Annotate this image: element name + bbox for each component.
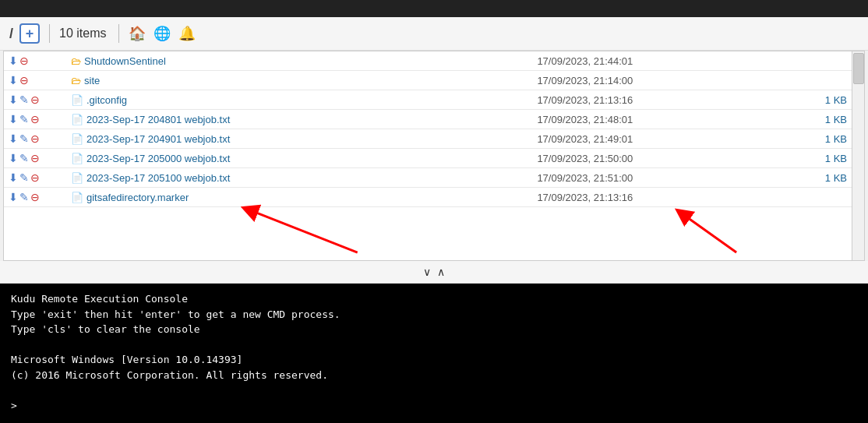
file-size — [778, 71, 852, 90]
edit-icon[interactable]: ✎ — [19, 191, 29, 203]
file-type-icon: 📄 — [71, 133, 83, 145]
toolbar-icons: 🏠 🌐 🔔 — [129, 25, 196, 42]
file-link[interactable]: 2023-Sep-17 205000 webjob.txt — [86, 153, 230, 164]
delete-icon[interactable]: ⊖ — [19, 55, 29, 67]
delete-icon[interactable]: ⊖ — [30, 191, 40, 203]
download-icon[interactable]: ⬇ — [9, 152, 18, 164]
table-row: ⬇⊖🗁site17/09/2023, 21:14:00 — [4, 71, 852, 90]
console-panel[interactable]: Kudu Remote Execution Console Type 'exit… — [0, 284, 868, 423]
download-icon[interactable]: ⬇ — [9, 191, 18, 203]
toolbar-divider — [49, 24, 50, 43]
download-icon[interactable]: ⬇ — [9, 74, 18, 86]
file-size: 1 KB — [778, 149, 852, 168]
slash-separator: / — [9, 26, 13, 42]
file-link[interactable]: gitsafedirectory.marker — [86, 192, 189, 203]
edit-icon[interactable]: ✎ — [19, 93, 29, 106]
delete-icon[interactable]: ⊖ — [30, 171, 40, 184]
file-date: 17/09/2023, 21:50:00 — [532, 149, 778, 168]
items-count: 10 items — [59, 26, 106, 41]
download-icon[interactable]: ⬇ — [9, 55, 18, 67]
file-size: 1 KB — [778, 168, 852, 188]
file-size: 1 KB — [778, 129, 852, 149]
file-browser: ⬇⊖🗁ShutdownSentinel17/09/2023, 21:44:01⬇… — [3, 51, 865, 261]
delete-icon[interactable]: ⊖ — [30, 152, 40, 164]
file-date: 17/09/2023, 21:49:01 — [532, 129, 778, 149]
home-icon[interactable]: 🏠 — [129, 25, 146, 42]
file-date: 17/09/2023, 21:14:00 — [532, 71, 778, 90]
download-icon[interactable]: ⬇ — [9, 132, 18, 145]
file-link[interactable]: 2023-Sep-17 204801 webjob.txt — [86, 114, 230, 125]
top-bar — [0, 0, 868, 17]
bell-icon[interactable]: 🔔 — [178, 25, 196, 42]
add-button[interactable]: + — [19, 23, 40, 44]
delete-icon[interactable]: ⊖ — [19, 74, 29, 86]
file-type-icon: 🗁 — [71, 55, 81, 67]
file-date: 17/09/2023, 21:51:00 — [532, 168, 778, 188]
globe-icon[interactable]: 🌐 — [153, 25, 171, 42]
edit-icon[interactable]: ✎ — [19, 152, 29, 164]
file-date: 17/09/2023, 21:44:01 — [532, 51, 778, 71]
table-row: ⬇✎⊖📄.gitconfig17/09/2023, 21:13:161 KB — [4, 90, 852, 110]
console-output: Kudu Remote Execution Console Type 'exit… — [11, 291, 857, 413]
delete-icon[interactable]: ⊖ — [30, 93, 40, 106]
file-link[interactable]: 2023-Sep-17 205100 webjob.txt — [86, 172, 230, 184]
file-link[interactable]: .gitconfig — [86, 94, 127, 106]
download-icon[interactable]: ⬇ — [9, 93, 18, 106]
table-row: ⬇⊖🗁ShutdownSentinel17/09/2023, 21:44:01 — [4, 51, 852, 71]
file-type-icon: 📄 — [71, 192, 83, 203]
file-date: 17/09/2023, 21:13:16 — [532, 90, 778, 110]
table-row: ⬇✎⊖📄2023-Sep-17 204901 webjob.txt17/09/2… — [4, 129, 852, 149]
file-type-icon: 📄 — [71, 94, 83, 106]
table-row: ⬇✎⊖📄gitsafedirectory.marker17/09/2023, 2… — [4, 188, 852, 207]
file-date: 17/09/2023, 21:13:16 — [532, 188, 778, 207]
table-row: ⬇✎⊖📄2023-Sep-17 204801 webjob.txt17/09/2… — [4, 110, 852, 129]
file-type-icon: 📄 — [71, 172, 83, 184]
file-size — [778, 188, 852, 207]
edit-icon[interactable]: ✎ — [19, 171, 29, 184]
resize-down-btn[interactable]: ∨ — [423, 266, 431, 278]
file-type-icon: 📄 — [71, 153, 83, 164]
file-type-icon: 📄 — [71, 114, 83, 125]
file-date: 17/09/2023, 21:48:01 — [532, 110, 778, 129]
file-link[interactable]: site — [84, 75, 100, 86]
file-link[interactable]: 2023-Sep-17 204901 webjob.txt — [86, 133, 230, 145]
toolbar: / + 10 items 🏠 🌐 🔔 — [0, 17, 868, 51]
table-row: ⬇✎⊖📄2023-Sep-17 205100 webjob.txt17/09/2… — [4, 168, 852, 188]
delete-icon[interactable]: ⊖ — [30, 113, 40, 125]
toolbar-divider2 — [118, 24, 119, 43]
scrollbar[interactable] — [852, 51, 864, 260]
download-icon[interactable]: ⬇ — [9, 171, 18, 184]
delete-icon[interactable]: ⊖ — [30, 132, 40, 145]
edit-icon[interactable]: ✎ — [19, 113, 29, 125]
download-icon[interactable]: ⬇ — [9, 113, 18, 125]
file-size: 1 KB — [778, 110, 852, 129]
file-link[interactable]: ShutdownSentinel — [84, 55, 166, 67]
table-row: ⬇✎⊖📄2023-Sep-17 205000 webjob.txt17/09/2… — [4, 149, 852, 168]
file-size: 1 KB — [778, 90, 852, 110]
resize-controls: ∨ ∧ — [0, 261, 868, 284]
file-type-icon: 🗁 — [71, 75, 81, 86]
edit-icon[interactable]: ✎ — [19, 132, 29, 145]
resize-up-btn[interactable]: ∧ — [437, 266, 445, 278]
file-size — [778, 51, 852, 71]
